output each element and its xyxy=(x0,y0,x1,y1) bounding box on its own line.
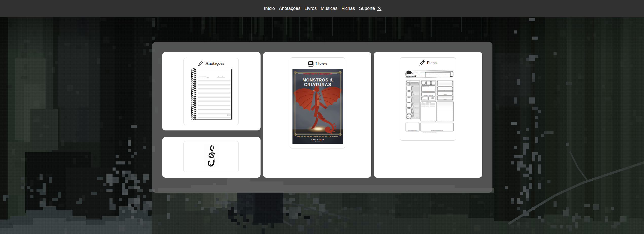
svg-text:DADOS DE VIDA: DADOS DE VIDA xyxy=(422,99,427,100)
svg-text:EDITORA: EDITORA xyxy=(315,141,320,142)
svg-text:DESTREZA: DESTREZA xyxy=(408,96,411,96)
svg-text:RAÇA: RAÇA xyxy=(426,76,428,77)
svg-text:TESTES CONTRA A MORTE: TESTES CONTRA A MORTE xyxy=(429,99,435,100)
svg-text:INTELIGÊNCIA: INTELIGÊNCIA xyxy=(407,107,411,108)
svg-text:ANTECEDENTE: ANTECEDENTE xyxy=(434,74,439,74)
svg-text:PONTOS DE VIDA TEMPORÁRIOS: PONTOS DE VIDA TEMPORÁRIOS xyxy=(424,95,433,96)
svg-text:ALINHAMENTO: ALINHAMENTO xyxy=(434,76,439,77)
svg-text:EQUIPAMENTO E TESOURO DO PERSO: EQUIPAMENTO E TESOURO DO PERSONAGEM xyxy=(431,130,443,131)
svg-text:VÍNCULOS: VÍNCULOS xyxy=(444,94,447,95)
svg-text:BÔNUS DE ATAQUE: BÔNUS DE ATAQUE xyxy=(426,102,431,103)
svg-text:SUCESSOS: SUCESSOS xyxy=(428,98,431,98)
svg-text:ESCUDO: ESCUDO xyxy=(422,81,425,82)
svg-text:CARACTERÍSTICAS E TALENTOS: CARACTERÍSTICAS E TALENTOS xyxy=(440,121,450,121)
svg-text:IDEAIS: IDEAIS xyxy=(444,90,446,90)
svg-text:DEFEITOS: DEFEITOS xyxy=(444,99,447,99)
svg-text:NOME DO PERSONAGEM: NOME DO PERSONAGEM xyxy=(407,76,415,77)
svg-text:CLASSE E NÍVEL: CLASSE E NÍVEL xyxy=(426,74,431,74)
svg-text:NOME: NOME xyxy=(422,102,424,103)
svg-text:PONTOS DE VIDA MÁXIMOS: PONTOS DE VIDA MÁXIMOS xyxy=(422,86,429,87)
svg-text:OUTRAS PROFICIÊNCIAS E IDIOMAS: OUTRAS PROFICIÊNCIAS E IDIOMAS xyxy=(408,130,417,131)
svg-text:DUNGEONS & DRAGONS: DUNGEONS & DRAGONS xyxy=(413,72,425,74)
svg-text:DUNGEONS & DRAGONS: DUNGEONS & DRAGONS xyxy=(303,73,332,75)
svg-text:INICIATIVA: INICIATIVA xyxy=(427,81,430,82)
svg-text:CRIATURAS: CRIATURAS xyxy=(304,82,332,87)
svg-text:TOTAL: TOTAL xyxy=(422,97,424,98)
svg-text:tilibra: tilibra xyxy=(228,115,231,116)
svg-text:UM GUIA PARA JOVENS AVENTUREIR: UM GUIA PARA JOVENS AVENTUREIROS xyxy=(297,135,338,138)
svg-text:CARISMA: CARISMA xyxy=(408,119,410,119)
svg-text:D&D 5.1 SRD | Ficha de Perso: D&D 5.1 SRD | Ficha de Personagem | trad… xyxy=(423,132,437,132)
svg-text:NOME DO JOGADOR: NOME DO JOGADOR xyxy=(443,74,449,74)
svg-text:EXCELSIOR: EXCELSIOR xyxy=(311,139,324,141)
svg-text:DESLOCAMENTO: DESLOCAMENTO xyxy=(431,81,435,82)
svg-text:FALHAS: FALHAS xyxy=(429,98,431,99)
svg-text:BÔNUS DE PROFICIÊNCIA: BÔNUS DE PROFICIÊNCIA xyxy=(411,84,418,84)
svg-text:SABEDORIA: SABEDORIA xyxy=(408,113,411,113)
svg-text:PONTOS DE EXPERIÊNCIA: PONTOS DE EXPERIÊNCIA xyxy=(443,76,451,77)
svg-text:PONTOS DE VIDA ATUAIS: PONTOS DE VIDA ATUAIS xyxy=(425,91,432,91)
svg-text:MONSTROS &: MONSTROS & xyxy=(302,78,333,82)
